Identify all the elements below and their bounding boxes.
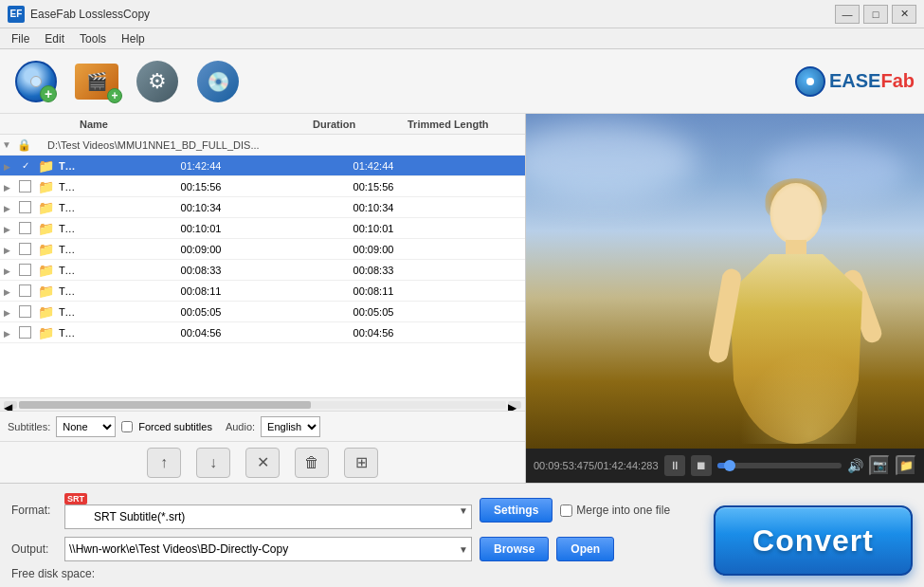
- row-duration: 00:15:56: [76, 181, 326, 193]
- menu-file[interactable]: File: [4, 30, 37, 47]
- menu-bar: File Edit Tools Help: [0, 28, 924, 49]
- maximize-button[interactable]: □: [863, 5, 888, 24]
- row-expand-icon[interactable]: ▶: [0, 244, 15, 255]
- format-select[interactable]: SRT Subtitle(*.srt) MP4 Video(*.mp4) MKV…: [64, 504, 472, 529]
- th-trimmed: Trimmed Length: [404, 119, 508, 130]
- window-controls: — □ ✕: [835, 5, 916, 24]
- table-header: Name Duration Trimmed Length: [0, 114, 525, 135]
- minimize-button[interactable]: —: [835, 5, 860, 24]
- table-row[interactable]: ▶📁Title00700:08:1100:08:11: [0, 281, 525, 302]
- row-checkbox[interactable]: [15, 326, 34, 339]
- th-name: Name: [76, 119, 309, 130]
- app-icon: EF: [8, 6, 25, 23]
- menu-tools[interactable]: Tools: [72, 30, 114, 47]
- h-scroll-left-btn[interactable]: ◀: [4, 401, 17, 409]
- table-row[interactable]: ▶📁Title00200:15:5600:15:56: [0, 176, 525, 197]
- output-label: Output:: [11, 542, 57, 556]
- close-button[interactable]: ✕: [892, 5, 916, 24]
- merge-checkbox[interactable]: [560, 504, 572, 517]
- delete-button[interactable]: 🗑: [295, 448, 329, 478]
- row-folder-icon: 📁: [34, 179, 55, 194]
- row-name: Title009: [55, 327, 76, 339]
- move-down-button[interactable]: ↓: [196, 448, 230, 478]
- settings-button[interactable]: Settings: [480, 498, 553, 523]
- stop-button[interactable]: ⏹: [691, 455, 712, 476]
- row-duration: 00:05:05: [76, 306, 326, 318]
- figure-head: [770, 183, 823, 245]
- output-dropdown-icon: ▼: [459, 544, 468, 555]
- row-expand-icon[interactable]: ▶: [0, 160, 15, 172]
- row-checkbox[interactable]: [15, 201, 34, 213]
- move-up-button[interactable]: ↑: [147, 448, 181, 478]
- convert-button[interactable]: Convert: [714, 505, 913, 576]
- table-body[interactable]: ▼ 🔒 D:\Test Videos\MMU1NNE1_BD_FULL_DIS.…: [0, 135, 525, 397]
- h-scroll-track[interactable]: [19, 401, 506, 409]
- gear-icon: ⚙: [136, 61, 178, 102]
- row-trimmed: 00:08:11: [326, 285, 421, 297]
- open-button[interactable]: Open: [556, 537, 614, 561]
- h-scroll-right-btn[interactable]: ▶: [508, 401, 521, 409]
- grid-button[interactable]: ⊞: [344, 448, 378, 478]
- h-scroll-thumb[interactable]: [19, 401, 311, 409]
- table-row[interactable]: ▶📁Title00900:04:5600:04:56: [0, 322, 525, 343]
- row-checkbox[interactable]: [15, 284, 34, 297]
- row-duration: 00:10:01: [76, 223, 326, 234]
- table-row[interactable]: ▶📁Title00800:05:0500:05:05: [0, 302, 525, 322]
- subtitle-label: Subtitles:: [8, 421, 50, 432]
- row-expand-icon[interactable]: ▶: [0, 265, 15, 276]
- row-checkbox[interactable]: [15, 305, 34, 318]
- grid-icon: ⊞: [355, 453, 368, 471]
- forced-subtitles-checkbox[interactable]: [121, 421, 133, 432]
- video-progress-thumb[interactable]: [724, 460, 735, 471]
- up-arrow-icon: ↑: [160, 454, 168, 471]
- table-row[interactable]: ▶📁Title00400:10:0100:10:01: [0, 218, 525, 239]
- remove-button[interactable]: ✕: [245, 448, 280, 478]
- row-expand-icon[interactable]: ▶: [0, 223, 15, 234]
- row-duration: 00:08:11: [76, 285, 326, 297]
- row-checkbox[interactable]: [15, 243, 34, 255]
- row-expand-icon[interactable]: ▶: [0, 181, 15, 193]
- subtitle-select[interactable]: None English French: [56, 416, 116, 437]
- record-button[interactable]: 📷: [869, 455, 890, 476]
- row-checkbox[interactable]: [15, 180, 34, 193]
- row-checkbox[interactable]: [15, 159, 34, 172]
- video-icon: 🎬 +: [75, 64, 118, 100]
- group-row[interactable]: ▼ 🔒 D:\Test Videos\MMU1NNE1_BD_FULL_DIS.…: [0, 135, 525, 156]
- video-progress-bar[interactable]: [717, 463, 842, 468]
- merge-label: Merge into one file: [576, 504, 670, 517]
- row-checkbox[interactable]: [15, 264, 34, 276]
- add-dvd-button[interactable]: +: [9, 55, 63, 108]
- browse-button[interactable]: Browse: [480, 537, 549, 561]
- easefab-logo: EASEFab: [795, 66, 915, 97]
- logo-dot-icon: [806, 78, 814, 85]
- subtitle-audio-bar: Subtitles: None English French Forced su…: [0, 411, 525, 441]
- folder-button[interactable]: 📁: [896, 455, 916, 476]
- row-folder-icon: 📁: [34, 263, 55, 278]
- row-duration: 00:10:34: [76, 202, 326, 213]
- volume-icon[interactable]: 🔊: [847, 458, 863, 473]
- group-collapse-icon[interactable]: ▼: [2, 139, 17, 150]
- row-folder-icon: 📁: [34, 221, 55, 236]
- output-path-input[interactable]: [64, 537, 472, 561]
- menu-help[interactable]: Help: [114, 30, 153, 47]
- table-row[interactable]: ▶📁Title00300:10:3400:10:34: [0, 197, 525, 218]
- row-name: Title003: [55, 202, 76, 213]
- dvd-hole-icon: [30, 76, 42, 87]
- merge-toolbar-button[interactable]: 💿: [191, 55, 245, 108]
- audio-select[interactable]: English French: [261, 416, 320, 437]
- row-expand-icon[interactable]: ▶: [0, 327, 15, 339]
- row-expand-icon[interactable]: ▶: [0, 285, 15, 297]
- table-row[interactable]: ▶📁Title00600:08:3300:08:33: [0, 260, 525, 281]
- table-row[interactable]: ▶📁Title00500:09:0000:09:00: [0, 239, 525, 260]
- pause-button[interactable]: ⏸: [664, 455, 685, 476]
- menu-edit[interactable]: Edit: [37, 30, 72, 47]
- logo-circle-icon: [795, 66, 825, 97]
- row-name: Title007: [55, 285, 76, 297]
- horizontal-scrollbar[interactable]: ◀ ▶: [0, 397, 525, 411]
- add-video-button[interactable]: 🎬 +: [70, 55, 123, 108]
- settings-toolbar-button[interactable]: ⚙: [131, 55, 184, 108]
- row-expand-icon[interactable]: ▶: [0, 202, 15, 213]
- row-checkbox[interactable]: [15, 222, 34, 234]
- table-row[interactable]: ▶📁Title001(Main Title)01:42:4401:42:44: [0, 156, 525, 176]
- row-expand-icon[interactable]: ▶: [0, 306, 15, 318]
